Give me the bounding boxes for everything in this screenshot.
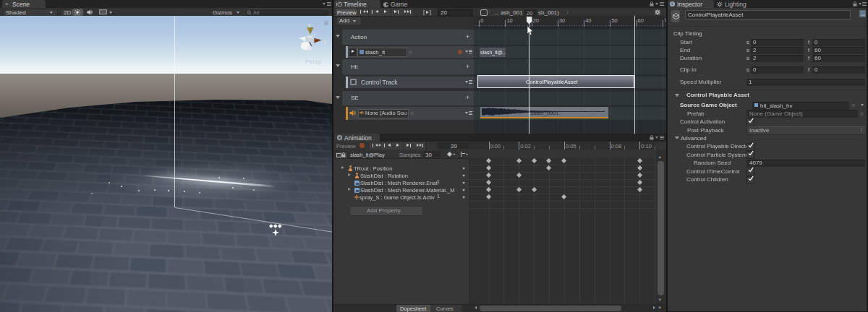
svg-text:x: x [324,39,327,44]
svg-text:y: y [308,22,311,28]
svg-text:z: z [313,32,316,37]
